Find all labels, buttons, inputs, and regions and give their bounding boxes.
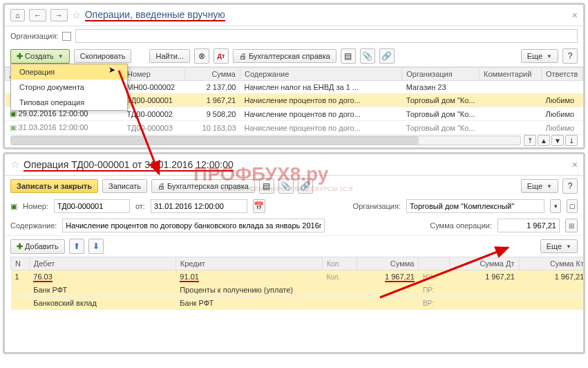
col-comment[interactable]: Комментарий [480, 68, 542, 81]
org-field[interactable] [406, 199, 544, 213]
date-field[interactable] [151, 199, 247, 213]
col-sum-kt[interactable]: Сумма Кт [519, 257, 585, 270]
link-icon[interactable]: 🔗 [379, 48, 395, 64]
col-n[interactable]: N [11, 257, 30, 270]
col-org[interactable]: Организация [402, 68, 480, 81]
org-label: Организация: [353, 202, 401, 210]
favorite-star-icon[interactable]: ☆ [72, 9, 81, 21]
report-icon[interactable]: ▤ [341, 48, 356, 64]
h-scrollbar[interactable] [10, 136, 521, 145]
operation-detail-panel: ☆ Операция ТД00-000001 от 31.01.2016 12:… [3, 152, 585, 354]
attach-icon[interactable]: 📎 [278, 178, 294, 194]
forward-button[interactable]: → [50, 9, 68, 21]
posting-row[interactable]: Банковский вклад Банк РФТ ВР: [11, 297, 586, 310]
col-sum[interactable]: Сумма [185, 68, 240, 81]
favorite-star-icon[interactable]: ☆ [10, 158, 19, 171]
save-button[interactable]: Записать [102, 179, 147, 193]
accounting-ref-button[interactable]: 🖨 Бухгалтерская справка [151, 179, 255, 193]
org-filter-checkbox[interactable] [62, 32, 71, 41]
menu-item-typical[interactable]: Типовая операция [11, 95, 127, 110]
link-icon[interactable]: 🔗 [298, 178, 313, 194]
top-header-bar: ⌂ ← → ☆ Операции, введенные вручную × [5, 5, 583, 26]
copy-button[interactable]: Скопировать [74, 49, 132, 63]
detail-header-bar: ☆ Операция ТД00-000001 от 31.01.2016 12:… [5, 154, 583, 176]
posting-row[interactable]: 1 76.03 91.01 Кол. 1 967,21 НУ: 1 967,21… [11, 270, 586, 284]
menu-item-storno[interactable]: Сторно документа [11, 80, 127, 95]
number-label: Номер: [23, 202, 48, 210]
nav-first[interactable]: ⤒ [524, 135, 536, 146]
col-credit[interactable]: Кредит [176, 257, 322, 270]
col-resp[interactable]: Ответств [542, 68, 583, 81]
col-qty[interactable]: Кол. [322, 257, 357, 270]
number-field[interactable] [54, 199, 130, 213]
sum-label: Сумма операции: [430, 221, 492, 230]
calendar-icon[interactable]: 📅 [253, 199, 265, 213]
move-down-icon[interactable]: ⬇ [88, 239, 104, 254]
find-button[interactable]: Найти... [149, 49, 190, 63]
content-field[interactable] [62, 219, 325, 232]
close-button[interactable]: × [572, 159, 578, 170]
page-title: Операции, введенные вручную [85, 9, 225, 21]
nav-up[interactable]: ▲ [538, 135, 550, 146]
content-label: Содержание: [10, 221, 57, 230]
col-sum[interactable]: Сумма [357, 257, 419, 270]
org-filter-input[interactable] [75, 29, 578, 43]
more-button[interactable]: Еще▼ [521, 179, 558, 193]
clear-search-button[interactable]: ⊗ [194, 48, 209, 64]
sum-field[interactable] [497, 219, 560, 232]
nav-down[interactable]: ▼ [551, 135, 564, 146]
org-select-icon[interactable]: ▾ [550, 199, 561, 213]
back-button[interactable]: ← [29, 9, 46, 21]
save-close-button[interactable]: Записать и закрыть [10, 179, 98, 193]
detail-title: Операция ТД00-000001 от 31.01.2016 12:00… [23, 159, 234, 170]
cursor-icon: ➤ [108, 65, 115, 75]
col-number[interactable]: Номер [123, 68, 185, 81]
help-button[interactable]: ? [562, 178, 578, 194]
col-debit[interactable]: Дебет [29, 257, 176, 270]
create-button[interactable]: ✚Создать▼ [10, 49, 70, 64]
operations-list-panel: ⌂ ← → ☆ Операции, введенные вручную × Ор… [3, 3, 585, 149]
more-button[interactable]: Еще▼ [521, 49, 558, 63]
org-open-icon[interactable]: ▢ [567, 199, 578, 213]
accounting-ref-button[interactable]: 🖨 Бухгалтерская справка [233, 49, 336, 63]
attach-icon[interactable]: 📎 [360, 48, 375, 64]
help-button[interactable]: ? [562, 48, 578, 64]
add-row-button[interactable]: ✚ Добавить [10, 239, 65, 254]
posting-row[interactable]: Банк РФТ Проценты к получению (уплате) П… [11, 284, 586, 297]
close-button[interactable]: × [572, 10, 578, 21]
nav-last[interactable]: ⤓ [565, 135, 578, 146]
more-button[interactable]: Еще▼ [540, 239, 578, 253]
org-filter-label: Организация: [10, 32, 58, 40]
table-row[interactable]: ▣ 31.03.2016 12:00:00ТД00-00000310 163,0… [6, 121, 583, 135]
home-button[interactable]: ⌂ [10, 9, 25, 21]
report-icon[interactable]: ▤ [259, 178, 274, 194]
date-label: от: [135, 202, 145, 210]
col-content[interactable]: Содержание [240, 68, 402, 81]
dt-kt-icon[interactable]: Дт [214, 48, 229, 64]
calculator-icon[interactable]: ⊞ [565, 219, 578, 232]
move-up-icon[interactable]: ⬆ [69, 239, 84, 254]
col-sum-dt[interactable]: Сумма Дт [450, 257, 519, 270]
postings-table: N Дебет Кредит Кол. Сумма Сумма Дт Сумма… [10, 257, 585, 310]
